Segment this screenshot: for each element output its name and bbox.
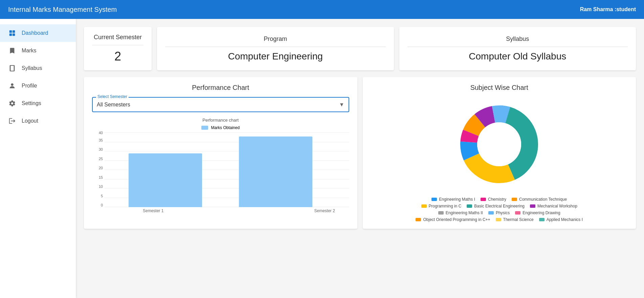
- legend-label-oop-cpp: Object Oriented Programming in C++: [423, 217, 490, 222]
- subject-chart-title: Subject Wise Chart: [371, 84, 628, 92]
- sidebar-item-marks[interactable]: Marks: [0, 42, 76, 59]
- sidebar-logout-label: Logout: [22, 118, 38, 124]
- legend-chemistry: Chemistry: [481, 197, 506, 202]
- semester-value: 2: [114, 49, 121, 64]
- legend-applied-mech: Applied Mechanics I: [539, 217, 583, 222]
- svg-rect-1: [13, 30, 15, 33]
- legend-mech-workshop: Mechanical Workshop: [530, 204, 577, 208]
- semester-card: Current Semester 2: [84, 27, 152, 70]
- legend-eng-maths-1: Engineering Maths I: [431, 197, 475, 202]
- legend-physics: Physics: [488, 210, 510, 215]
- semester-label: Current Semester: [92, 34, 143, 45]
- y-25: 25: [99, 157, 103, 161]
- donut-svg: [452, 97, 547, 192]
- sidebar: Dashboard Marks Syllabus Profile Setting…: [0, 19, 76, 298]
- gear-icon: [8, 99, 16, 107]
- sidebar-settings-label: Settings: [22, 100, 41, 106]
- legend-color-comm-tech: [512, 198, 517, 201]
- book-icon: [8, 64, 16, 72]
- y-40: 40: [99, 131, 103, 135]
- program-label: Program: [165, 35, 386, 47]
- bar-chart-body: 0 5 10 15 20 25 30 35 40: [92, 133, 349, 207]
- legend-label-eng-maths-2: Engineering Maths II: [446, 210, 483, 215]
- x-label-sem2: Semester 2: [165, 208, 349, 213]
- y-5: 5: [101, 194, 103, 198]
- legend-label-marks: Marks Obtained: [211, 125, 240, 130]
- sidebar-item-syllabus[interactable]: Syllabus: [0, 59, 76, 77]
- legend-color-thermal: [496, 218, 501, 221]
- legend-label-mech-workshop: Mechanical Workshop: [537, 204, 577, 208]
- legend-color-eng-maths-2: [438, 211, 444, 215]
- grid-6: [104, 151, 349, 151]
- person-icon: [8, 82, 16, 90]
- donut-chart-container: Engineering Maths I Chemistry Communicat…: [371, 97, 628, 222]
- y-30: 30: [99, 147, 103, 151]
- semester-select[interactable]: All Semesters Semester 1 Semester 2: [93, 98, 349, 111]
- semester-select-wrapper: Select Semester All Semesters Semester 1…: [92, 97, 349, 112]
- performance-chart-title: Performance Chart: [92, 84, 349, 92]
- syllabus-label: Syllabus: [407, 35, 628, 47]
- logout-icon: [8, 117, 16, 125]
- bar-sem2: [239, 136, 312, 207]
- legend-color-physics: [488, 211, 494, 215]
- sidebar-item-profile[interactable]: Profile: [0, 77, 76, 95]
- legend-label-thermal: Thermal Science: [503, 217, 534, 222]
- y-15: 15: [99, 175, 103, 179]
- legend-color-mech-workshop: [530, 204, 535, 208]
- bookmark-icon: [8, 47, 16, 55]
- legend-color-oop-cpp: [416, 218, 421, 221]
- svg-point-12: [477, 122, 521, 166]
- program-card: Program Computer Engineering: [157, 27, 394, 70]
- legend-eng-maths-2: Engineering Maths II: [438, 210, 483, 215]
- sidebar-item-logout[interactable]: Logout: [0, 112, 76, 130]
- donut-legend: Engineering Maths I Chemistry Communicat…: [415, 197, 584, 222]
- legend-color-marks: [201, 126, 208, 130]
- svg-rect-2: [9, 33, 12, 36]
- user-label: Ram Sharma :student: [580, 6, 636, 13]
- y-axis: 0 5 10 15 20 25 30 35 40: [92, 133, 104, 207]
- legend-label-prog-c: Programming in C: [429, 204, 462, 208]
- bar-chart-legend: Marks Obtained: [92, 125, 349, 130]
- legend-color-bee: [467, 204, 472, 208]
- syllabus-card: Syllabus Computer Old Syllabus: [399, 27, 636, 70]
- grid-icon: [8, 29, 16, 37]
- bar-sem1: [129, 153, 202, 207]
- legend-comm-tech: Communication Technique: [512, 197, 567, 202]
- legend-label-applied-mech: Applied Mechanics I: [547, 217, 583, 222]
- y-10: 10: [99, 184, 103, 189]
- app-title: Internal Marks Management System: [8, 6, 117, 14]
- legend-color-prog-c: [421, 204, 427, 208]
- legend-color-eng-maths-1: [431, 198, 437, 201]
- sidebar-profile-label: Profile: [22, 83, 37, 89]
- legend-label-physics: Physics: [496, 210, 510, 215]
- main-layout: Dashboard Marks Syllabus Profile Setting…: [0, 19, 644, 298]
- sidebar-marks-label: Marks: [22, 48, 37, 54]
- sidebar-item-settings[interactable]: Settings: [0, 95, 76, 112]
- legend-eng-drawing: Engineering Drawing: [515, 210, 560, 215]
- svg-point-4: [11, 83, 13, 86]
- legend-color-chemistry: [481, 198, 486, 201]
- topbar: Internal Marks Management System Ram Sha…: [0, 0, 644, 19]
- charts-row: Performance Chart Select Semester All Se…: [84, 77, 636, 229]
- legend-label-chemistry: Chemistry: [488, 197, 506, 202]
- legend-label-bee: Basic Electrical Engineering: [474, 204, 525, 208]
- sidebar-item-dashboard[interactable]: Dashboard: [0, 24, 76, 42]
- bar-chart-subtitle: Performance chart: [92, 118, 349, 123]
- legend-label-comm-tech: Communication Technique: [519, 197, 567, 202]
- sidebar-syllabus-label: Syllabus: [22, 65, 42, 71]
- legend-color-applied-mech: [539, 218, 545, 221]
- x-axis: Semester 1 Semester 2: [92, 208, 349, 213]
- select-semester-label: Select Semester: [96, 94, 129, 99]
- bar-area: [104, 133, 349, 207]
- program-value: Computer Engineering: [228, 51, 323, 62]
- legend-bee: Basic Electrical Engineering: [467, 204, 525, 208]
- performance-chart-card: Performance Chart Select Semester All Se…: [84, 77, 357, 229]
- y-20: 20: [99, 166, 103, 170]
- info-cards-row: Current Semester 2 Program Computer Engi…: [84, 27, 636, 70]
- svg-rect-0: [9, 30, 12, 33]
- grid-7: [104, 142, 349, 142]
- sidebar-dashboard-label: Dashboard: [22, 30, 48, 36]
- y-35: 35: [99, 138, 103, 142]
- legend-label-eng-drawing: Engineering Drawing: [523, 210, 560, 215]
- subject-chart-card: Subject Wise Chart: [363, 77, 636, 229]
